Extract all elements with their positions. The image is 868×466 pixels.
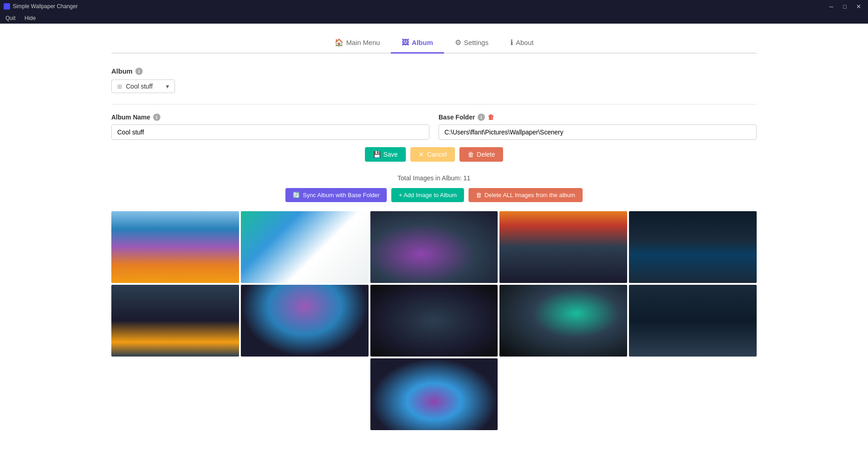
delete-all-label: Delete ALL Images from the album (484, 192, 575, 198)
gear-icon: ⚙ (455, 38, 461, 47)
tab-about-label: About (516, 39, 534, 46)
tab-settings-label: Settings (464, 39, 489, 46)
image-item-3[interactable] (370, 211, 498, 283)
minimize-button[interactable]: ─ (825, 2, 837, 11)
nav-tabs: 🏠 Main Menu 🖼 Album ⚙ Settings ℹ About (111, 33, 757, 54)
close-button[interactable]: ✕ (853, 2, 864, 11)
total-images-count: 11 (464, 174, 471, 182)
images-summary: Total Images in Album: 11 (111, 174, 757, 182)
base-folder-info-icon[interactable]: i (478, 114, 485, 121)
image-item-4[interactable] (499, 211, 627, 283)
divider-1 (111, 104, 757, 104)
home-icon: 🏠 (334, 38, 344, 47)
tab-about[interactable]: ℹ About (499, 33, 544, 54)
tab-album[interactable]: 🖼 Album (391, 33, 444, 54)
image-item-8[interactable] (370, 285, 498, 357)
action-buttons: 💾 Save ✕ Cancel 🗑 Delete (111, 147, 757, 162)
image-item-7[interactable] (241, 285, 369, 357)
base-folder-input[interactable] (439, 124, 757, 140)
save-label: Save (384, 151, 398, 158)
image-item-5[interactable] (629, 211, 757, 283)
album-icon: 🖼 (402, 39, 409, 47)
restore-button[interactable]: □ (839, 2, 851, 11)
delete-all-icon: 🗑 (476, 192, 482, 198)
base-folder-label-text: Base Folder (439, 114, 475, 121)
total-images-label: Total Images in Album: (398, 174, 462, 182)
base-folder-label: Base Folder i 🗑 (439, 114, 757, 121)
add-image-label: + Add Image to Album (399, 192, 457, 198)
image-item-6[interactable] (111, 285, 239, 357)
save-button[interactable]: 💾 Save (365, 147, 406, 162)
dropdown-chevron-icon: ▾ (166, 83, 169, 90)
menu-hide[interactable]: Hide (23, 14, 38, 22)
image-item-10[interactable] (629, 285, 757, 357)
menubar: Quit Hide (0, 13, 868, 24)
delete-icon: 🗑 (468, 151, 474, 158)
album-info-icon[interactable]: i (135, 68, 143, 75)
delete-label: Delete (477, 151, 495, 158)
album-name-info-icon[interactable]: i (153, 114, 160, 121)
album-dropdown[interactable]: ⊞ Cool stuff ▾ (111, 79, 175, 93)
tab-main-menu[interactable]: 🏠 Main Menu (324, 33, 391, 54)
cancel-label: Cancel (427, 151, 447, 158)
tab-main-menu-label: Main Menu (346, 39, 380, 46)
album-label-text: Album (111, 67, 133, 75)
album-dropdown-icon: ⊞ (117, 83, 122, 90)
sync-album-button[interactable]: 🔄 Sync Album with Base Folder (285, 188, 387, 202)
add-image-button[interactable]: + Add Image to Album (391, 188, 464, 202)
app-icon (4, 3, 10, 10)
delete-folder-icon[interactable]: 🗑 (488, 114, 494, 121)
cancel-button[interactable]: ✕ Cancel (410, 147, 455, 162)
titlebar-controls: ─ □ ✕ (825, 2, 864, 11)
image-item-11[interactable] (370, 358, 498, 430)
tab-settings[interactable]: ⚙ Settings (444, 33, 499, 54)
album-name-input[interactable] (111, 124, 429, 140)
form-row: Album Name i Base Folder i 🗑 (111, 114, 757, 140)
album-label: Album i (111, 67, 757, 75)
main-content: 🏠 Main Menu 🖼 Album ⚙ Settings ℹ About A… (93, 24, 775, 439)
images-controls: 🔄 Sync Album with Base Folder + Add Imag… (111, 188, 757, 202)
image-item-1[interactable] (111, 211, 239, 283)
image-item-2[interactable] (241, 211, 369, 283)
delete-button[interactable]: 🗑 Delete (459, 147, 503, 162)
album-name-label: Album Name i (111, 114, 429, 121)
image-grid (111, 211, 757, 430)
album-name-group: Album Name i (111, 114, 429, 140)
base-folder-group: Base Folder i 🗑 (439, 114, 757, 140)
titlebar-left: Simple Wallpaper Changer (4, 3, 78, 10)
titlebar: Simple Wallpaper Changer ─ □ ✕ (0, 0, 868, 13)
album-name-label-text: Album Name (111, 114, 150, 121)
images-section: Total Images in Album: 11 🔄 Sync Album w… (111, 174, 757, 430)
save-icon: 💾 (373, 151, 381, 158)
album-section: Album i ⊞ Cool stuff ▾ (111, 67, 757, 93)
sync-label: Sync Album with Base Folder (303, 192, 379, 198)
tab-album-label: Album (412, 39, 433, 46)
menu-quit[interactable]: Quit (4, 14, 17, 22)
sync-icon: 🔄 (293, 192, 300, 198)
delete-all-button[interactable]: 🗑 Delete ALL Images from the album (469, 188, 583, 202)
image-item-9[interactable] (499, 285, 627, 357)
info-icon: ℹ (510, 38, 513, 47)
album-dropdown-value: Cool stuff (126, 83, 153, 90)
cancel-icon: ✕ (419, 151, 424, 158)
app-title: Simple Wallpaper Changer (13, 3, 78, 10)
